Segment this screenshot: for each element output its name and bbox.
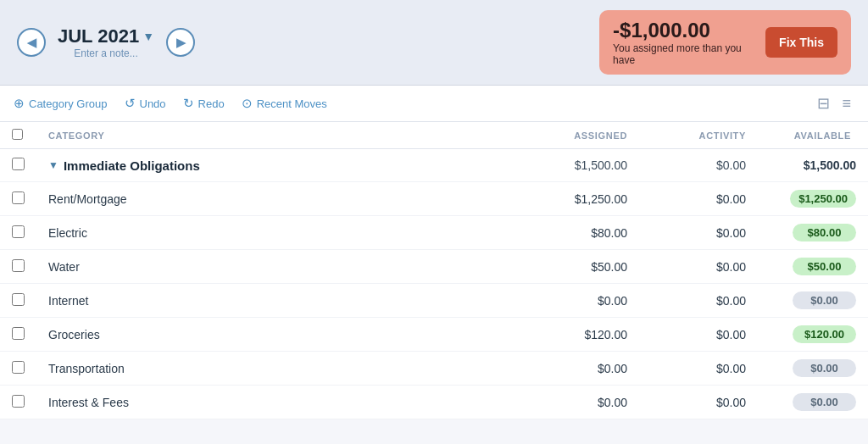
compact-view-button[interactable]: ⊟ — [814, 92, 833, 114]
group-activity: $0.00 — [639, 149, 758, 182]
item-available: $0.00 — [758, 284, 868, 318]
redo-label: Redo — [198, 97, 225, 110]
row-checkbox[interactable] — [12, 191, 25, 204]
item-activity: $0.00 — [639, 318, 758, 352]
item-assigned: $0.00 — [520, 352, 639, 386]
item-assigned: $80.00 — [520, 216, 639, 250]
undo-icon: ↺ — [125, 96, 136, 111]
header-check-col — [0, 122, 36, 149]
fix-this-button[interactable]: Fix This — [765, 27, 837, 58]
budget-table-container: CATEGORY ASSIGNED ACTIVITY AVAILABLE ▼ I… — [0, 122, 868, 419]
redo-button[interactable]: ↻ Redo — [183, 96, 225, 111]
header-available: AVAILABLE — [758, 122, 868, 149]
item-available: $0.00 — [758, 386, 868, 419]
table-row: Transportation $0.00 $0.00 $0.00 — [0, 352, 868, 386]
item-name: Interest & Fees — [36, 386, 520, 419]
item-name: Rent/Mortgage — [36, 182, 520, 216]
group-checkbox[interactable] — [12, 158, 25, 170]
note-field[interactable]: Enter a note... — [58, 47, 154, 59]
item-name: Water — [36, 250, 520, 284]
undo-button[interactable]: ↺ Undo — [125, 96, 166, 111]
row-checkbox[interactable] — [12, 361, 25, 374]
table-header: CATEGORY ASSIGNED ACTIVITY AVAILABLE — [0, 122, 868, 149]
item-assigned: $0.00 — [520, 284, 639, 318]
undo-label: Undo — [140, 97, 166, 110]
table-row: Interest & Fees $0.00 $0.00 $0.00 — [0, 386, 868, 419]
alert-amount: -$1,000.00 — [613, 19, 748, 42]
available-badge: $0.00 — [793, 359, 856, 377]
table-body: ▼ Immediate Obligations $1,500.00 $0.00 … — [0, 149, 868, 419]
item-assigned: $50.00 — [520, 250, 639, 284]
item-available: $120.00 — [758, 318, 868, 352]
row-checkbox[interactable] — [12, 259, 25, 272]
item-name: Internet — [36, 284, 520, 318]
alert-message: You assigned more than you have — [613, 42, 748, 66]
item-name: Transportation — [36, 352, 520, 386]
recent-moves-button[interactable]: ⊙ Recent Moves — [242, 96, 327, 111]
clock-icon: ⊙ — [242, 96, 253, 111]
month-dropdown-arrow: ▼ — [142, 30, 154, 43]
item-available: $1,250.00 — [758, 182, 868, 216]
table-row: Groceries $120.00 $0.00 $120.00 — [0, 318, 868, 352]
item-activity: $0.00 — [639, 250, 758, 284]
row-checkbox[interactable] — [12, 225, 25, 238]
recent-moves-label: Recent Moves — [257, 97, 327, 110]
available-badge: $0.00 — [793, 291, 856, 309]
alert-banner: -$1,000.00 You assigned more than you ha… — [599, 10, 851, 75]
header-category: CATEGORY — [36, 122, 520, 149]
available-badge: $50.00 — [793, 258, 856, 275]
header: ◀ JUL 2021 ▼ Enter a note... ▶ -$1,000.0… — [0, 0, 868, 86]
item-assigned: $1,250.00 — [520, 182, 639, 216]
next-month-button[interactable]: ▶ — [166, 28, 195, 57]
item-activity: $0.00 — [639, 386, 758, 419]
item-activity: $0.00 — [639, 352, 758, 386]
redo-icon: ↻ — [183, 96, 194, 111]
prev-month-button[interactable]: ◀ — [17, 28, 46, 57]
group-available: $1,500.00 — [758, 149, 868, 182]
row-checkbox[interactable] — [12, 395, 25, 408]
available-badge: $80.00 — [793, 224, 856, 241]
list-view-button[interactable]: ≡ — [838, 93, 854, 114]
group-available-value: $1,500.00 — [804, 158, 856, 172]
alert-content: -$1,000.00 You assigned more than you ha… — [613, 19, 748, 66]
header-assigned: ASSIGNED — [520, 122, 639, 149]
table-row: Electric $80.00 $0.00 $80.00 — [0, 216, 868, 250]
item-available: $50.00 — [758, 250, 868, 284]
group-name-text: Immediate Obligations — [64, 158, 200, 173]
item-activity: $0.00 — [639, 284, 758, 318]
header-activity: ACTIVITY — [639, 122, 758, 149]
available-badge: $1,250.00 — [790, 190, 856, 208]
group-assigned: $1,500.00 — [520, 149, 639, 182]
item-assigned: $120.00 — [520, 318, 639, 352]
item-available: $0.00 — [758, 352, 868, 386]
toolbar-left: ⊕ Category Group ↺ Undo ↻ Redo ⊙ Recent … — [14, 96, 327, 111]
budget-table: CATEGORY ASSIGNED ACTIVITY AVAILABLE ▼ I… — [0, 122, 868, 419]
collapse-arrow[interactable]: ▼ — [48, 159, 58, 171]
header-left: ◀ JUL 2021 ▼ Enter a note... ▶ — [17, 25, 195, 59]
available-badge: $120.00 — [793, 325, 856, 343]
row-checkbox[interactable] — [12, 293, 25, 306]
month-year-text: JUL 2021 — [58, 25, 139, 47]
item-name: Groceries — [36, 318, 520, 352]
table-row: Rent/Mortgage $1,250.00 $0.00 $1,250.00 — [0, 182, 868, 216]
month-year-display[interactable]: JUL 2021 ▼ — [58, 25, 154, 47]
group-name: ▼ Immediate Obligations — [48, 158, 509, 173]
toolbar-right: ⊟ ≡ — [814, 92, 854, 114]
select-all-checkbox[interactable] — [12, 129, 23, 140]
item-activity: $0.00 — [639, 216, 758, 250]
row-checkbox[interactable] — [12, 327, 25, 340]
table-row: Internet $0.00 $0.00 $0.00 — [0, 284, 868, 318]
month-title-block: JUL 2021 ▼ Enter a note... — [58, 25, 154, 59]
available-badge: $0.00 — [793, 393, 856, 411]
item-name: Electric — [36, 216, 520, 250]
item-activity: $0.00 — [639, 182, 758, 216]
group-row: ▼ Immediate Obligations $1,500.00 $0.00 … — [0, 149, 868, 182]
toolbar: ⊕ Category Group ↺ Undo ↻ Redo ⊙ Recent … — [0, 86, 868, 122]
add-category-group-label: Category Group — [29, 97, 108, 110]
add-category-group-button[interactable]: ⊕ Category Group — [14, 96, 108, 111]
item-assigned: $0.00 — [520, 386, 639, 419]
table-row: Water $50.00 $0.00 $50.00 — [0, 250, 868, 284]
plus-circle-icon: ⊕ — [14, 96, 25, 111]
item-available: $80.00 — [758, 216, 868, 250]
